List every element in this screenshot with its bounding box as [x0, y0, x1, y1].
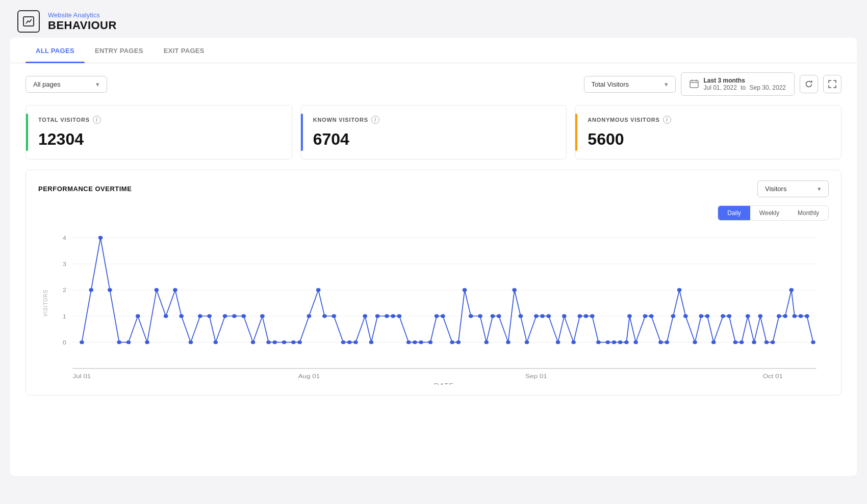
- svg-point-56: [406, 340, 411, 344]
- svg-point-17: [80, 340, 84, 344]
- svg-point-96: [683, 314, 688, 318]
- svg-point-77: [556, 340, 560, 344]
- svg-point-103: [733, 340, 738, 344]
- svg-point-99: [705, 314, 710, 318]
- svg-point-110: [777, 314, 781, 318]
- svg-point-54: [391, 314, 395, 318]
- svg-point-69: [497, 314, 501, 318]
- svg-point-83: [596, 340, 601, 344]
- svg-text:Jul 01: Jul 01: [73, 373, 91, 380]
- header-text: Website Analytics BEHAVIOUR: [48, 11, 117, 32]
- controls-row: All pages ▾ Total Visitors ▾ Last 3: [10, 63, 857, 105]
- svg-text:3: 3: [63, 261, 66, 267]
- date-range-text: Last 3 months Jul 01, 2022 to Sep 30, 20…: [704, 77, 786, 91]
- calendar-icon: [690, 79, 699, 90]
- svg-point-113: [793, 314, 797, 318]
- svg-point-71: [512, 288, 517, 291]
- info-icon[interactable]: i: [371, 116, 379, 124]
- tab-entry-pages[interactable]: ENTRY PAGES: [85, 38, 154, 63]
- metric-title-total: TOTAL VISITORS i: [38, 116, 279, 124]
- svg-point-67: [484, 340, 489, 344]
- time-toggle: Daily Weekly Monthly: [718, 205, 829, 221]
- breadcrumb[interactable]: Website Analytics: [48, 11, 117, 19]
- svg-point-70: [506, 340, 511, 344]
- monthly-button[interactable]: Monthly: [788, 206, 828, 220]
- svg-point-76: [547, 314, 551, 318]
- svg-point-34: [232, 314, 237, 318]
- metric-total-visitors: TOTAL VISITORS i 12304: [26, 105, 292, 160]
- svg-point-107: [758, 314, 762, 318]
- svg-point-58: [419, 340, 423, 344]
- metrics-row: TOTAL VISITORS i 12304 KNOWN VISITORS i …: [10, 105, 857, 170]
- metric-dropdown[interactable]: Total Visitors ▾: [584, 76, 676, 93]
- refresh-button[interactable]: [800, 75, 818, 93]
- svg-point-41: [291, 340, 296, 344]
- svg-point-25: [155, 288, 159, 291]
- svg-point-35: [241, 314, 246, 318]
- svg-text:DATE: DATE: [434, 382, 454, 385]
- chevron-down-icon: ▾: [96, 81, 99, 88]
- svg-point-81: [584, 314, 589, 318]
- metric-title-anon: ANONYMOUS VISITORS i: [588, 116, 829, 124]
- pages-dropdown[interactable]: All pages ▾: [26, 76, 107, 93]
- svg-point-93: [665, 340, 669, 344]
- info-icon[interactable]: i: [663, 116, 671, 124]
- svg-text:Sep 01: Sep 01: [525, 373, 547, 380]
- svg-text:1: 1: [63, 313, 66, 319]
- tab-exit-pages[interactable]: EXIT PAGES: [154, 38, 215, 63]
- svg-point-82: [590, 314, 595, 318]
- svg-point-45: [322, 314, 327, 318]
- metric-value-total: 12304: [38, 130, 279, 149]
- svg-text:2: 2: [63, 287, 66, 293]
- date-range-picker[interactable]: Last 3 months Jul 01, 2022 to Sep 30, 20…: [681, 72, 795, 96]
- svg-point-87: [624, 340, 629, 344]
- expand-button[interactable]: [823, 75, 842, 93]
- svg-point-104: [740, 340, 744, 344]
- svg-point-38: [266, 340, 271, 344]
- svg-point-48: [347, 340, 352, 344]
- daily-button[interactable]: Daily: [718, 206, 750, 220]
- info-icon[interactable]: i: [93, 116, 101, 124]
- svg-point-106: [752, 340, 756, 344]
- metric-title-known: KNOWN VISITORS i: [313, 116, 554, 124]
- svg-point-95: [677, 288, 682, 291]
- performance-chart: 4 3 2 1 0 VISITORS: [38, 227, 829, 385]
- svg-point-20: [108, 288, 112, 291]
- svg-point-39: [273, 340, 277, 344]
- performance-title: PERFORMANCE OVERTIME: [38, 185, 132, 193]
- svg-point-100: [711, 340, 716, 344]
- page-header: Website Analytics BEHAVIOUR: [0, 0, 867, 38]
- svg-point-63: [456, 340, 461, 344]
- svg-point-22: [126, 340, 131, 344]
- svg-point-79: [571, 340, 576, 344]
- svg-point-62: [450, 340, 454, 344]
- svg-point-61: [441, 314, 445, 318]
- performance-metric-dropdown[interactable]: Visitors ▾: [757, 180, 829, 197]
- svg-point-24: [145, 340, 149, 344]
- svg-point-91: [649, 314, 654, 318]
- tab-all-pages[interactable]: ALL PAGES: [26, 38, 85, 63]
- svg-point-46: [332, 314, 336, 318]
- svg-point-75: [540, 314, 545, 318]
- svg-point-111: [783, 314, 787, 318]
- weekly-button[interactable]: Weekly: [750, 206, 788, 220]
- svg-text:Oct 01: Oct 01: [762, 373, 783, 380]
- svg-point-116: [811, 340, 815, 344]
- svg-point-37: [260, 314, 265, 318]
- svg-point-19: [98, 236, 103, 240]
- svg-point-50: [363, 314, 367, 318]
- svg-point-29: [189, 340, 193, 344]
- svg-point-92: [658, 340, 663, 344]
- svg-point-64: [463, 288, 467, 291]
- metric-value-anon: 5600: [588, 130, 829, 149]
- svg-rect-1: [690, 81, 698, 88]
- svg-point-97: [693, 340, 697, 344]
- metric-known-visitors: KNOWN VISITORS i 6704: [300, 105, 567, 160]
- svg-point-78: [562, 314, 567, 318]
- page-icon: [17, 10, 40, 33]
- page-title: BEHAVIOUR: [48, 19, 117, 32]
- svg-point-101: [721, 314, 725, 318]
- right-controls: Total Visitors ▾ Last 3 months Jul 01, 2…: [584, 72, 842, 96]
- svg-point-49: [353, 340, 358, 344]
- performance-section: PERFORMANCE OVERTIME Visitors ▾ Daily We…: [26, 170, 842, 395]
